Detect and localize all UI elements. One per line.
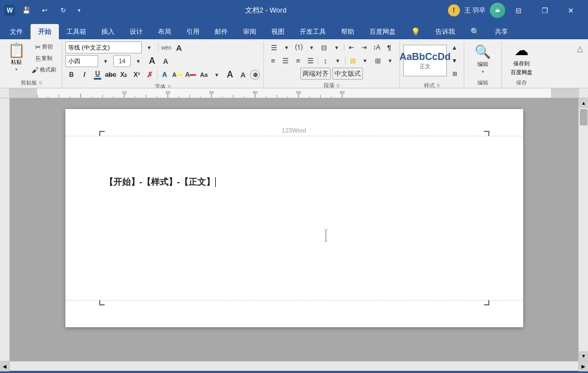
paragraph-expand[interactable]: ⎘ bbox=[337, 83, 340, 88]
shrink-text-button[interactable]: A bbox=[237, 69, 249, 80]
char-spacing-dropdown[interactable]: ▾ bbox=[211, 69, 223, 81]
font-wubi[interactable]: A bbox=[173, 41, 185, 53]
tab-tell-me-icon[interactable]: 💡 bbox=[403, 24, 428, 39]
maximize-button[interactable]: ❐ bbox=[532, 0, 557, 21]
font-grow-btn[interactable]: A bbox=[146, 55, 158, 67]
styles-scroll-up[interactable]: ▲ bbox=[448, 41, 460, 53]
scroll-down-btn[interactable]: ▼ bbox=[579, 351, 588, 361]
font-color-button[interactable]: A bbox=[185, 69, 197, 80]
font-name-dropdown[interactable]: ▾ bbox=[143, 41, 155, 53]
minimize-button[interactable]: ⊟ bbox=[506, 0, 531, 21]
phonetic-button[interactable]: ⊕ bbox=[250, 70, 260, 80]
doc-page[interactable]: 123Word 【开始】-【样式】-【正文】 bbox=[65, 109, 523, 327]
h-scroll-left-btn[interactable]: ◀ bbox=[0, 362, 10, 371]
show-marks-btn[interactable]: ¶ bbox=[383, 41, 395, 53]
paste-button[interactable]: 📋 粘贴 ▾ bbox=[4, 41, 28, 73]
redo-quick-btn[interactable]: ↻ bbox=[56, 4, 71, 17]
tab-developer[interactable]: 开发工具 bbox=[292, 24, 334, 39]
tab-tools[interactable]: 工具箱 bbox=[59, 24, 94, 39]
scroll-up-btn[interactable]: ▲ bbox=[579, 98, 588, 108]
sort-btn[interactable]: ↕A bbox=[371, 41, 383, 53]
italic-button[interactable]: I bbox=[78, 69, 90, 80]
tab-share[interactable]: 共享 bbox=[487, 24, 516, 39]
tab-review[interactable]: 审阅 bbox=[235, 24, 264, 39]
strikethrough-button[interactable]: abc bbox=[105, 69, 117, 80]
tab-file[interactable]: 文件 bbox=[2, 24, 31, 39]
tab-insert[interactable]: 插入 bbox=[94, 24, 122, 39]
number-dropdown[interactable]: ▾ bbox=[306, 41, 318, 53]
h-scroll-right-btn[interactable]: ▶ bbox=[578, 362, 588, 371]
doc-content-line[interactable]: 【开始】-【样式】-【正文】 bbox=[105, 175, 484, 190]
tab-baidu[interactable]: 百度网盘 bbox=[362, 24, 403, 39]
subscript-button[interactable]: X₂ bbox=[118, 69, 130, 80]
warning-icon[interactable]: ! bbox=[448, 4, 460, 16]
align-right-btn[interactable]: ≡ bbox=[292, 55, 304, 67]
shading-dropdown[interactable]: ▾ bbox=[359, 55, 371, 67]
cn-align2-btn[interactable]: 中文版式 bbox=[332, 68, 363, 80]
save-quick-btn[interactable]: 💾 bbox=[19, 4, 34, 17]
shading-btn[interactable]: ▦ bbox=[347, 55, 359, 67]
doc-header[interactable]: 123Word bbox=[65, 109, 523, 136]
border-dropdown[interactable]: ▾ bbox=[384, 55, 396, 67]
superscript-button[interactable]: X² bbox=[131, 69, 143, 80]
number-list-btn[interactable]: ⑴ bbox=[293, 41, 305, 53]
char-spacing-button[interactable]: Aa bbox=[198, 69, 210, 80]
styles-expand-btn[interactable]: ⎘ bbox=[437, 83, 440, 88]
undo-quick-btn[interactable]: ↩ bbox=[37, 4, 52, 17]
outline-list-btn[interactable]: ⊟ bbox=[318, 41, 330, 53]
scroll-thumb[interactable] bbox=[580, 109, 587, 125]
doc-content[interactable]: 【开始】-【样式】-【正文】 bbox=[105, 142, 484, 190]
line-spacing-btn[interactable]: ↕ bbox=[319, 55, 331, 67]
styles-expand[interactable]: ⊞ bbox=[448, 68, 460, 80]
line-spacing-dropdown[interactable]: ▾ bbox=[332, 55, 344, 67]
tab-references[interactable]: 引用 bbox=[179, 24, 207, 39]
align-center-btn[interactable]: ☰ bbox=[280, 55, 292, 67]
tab-home[interactable]: 开始 bbox=[31, 24, 59, 39]
tab-tell-me[interactable]: 告诉我 bbox=[428, 24, 463, 39]
font-size-input[interactable] bbox=[65, 55, 98, 67]
doc-main[interactable]: 123Word 【开始】-【样式】-【正文】 bbox=[10, 98, 578, 361]
align-left-btn[interactable]: ≡ bbox=[267, 55, 279, 67]
editing-button[interactable]: 🔍 编辑 ▾ bbox=[468, 44, 498, 75]
tab-search-icon[interactable]: 🔍 bbox=[463, 24, 487, 39]
save-baidu-button[interactable]: ☁ 保存到 百度网盘 bbox=[505, 44, 538, 75]
customize-quick-btn[interactable]: ▾ bbox=[74, 4, 84, 17]
cut-button[interactable]: ✂ 剪切 bbox=[29, 41, 58, 52]
tab-view[interactable]: 视图 bbox=[264, 24, 292, 39]
cn-align1-btn[interactable]: 两端对齐 bbox=[300, 68, 331, 80]
font-size-dropdown[interactable]: ▾ bbox=[100, 55, 112, 67]
underline-button[interactable]: U bbox=[92, 69, 104, 80]
text-highlight-button[interactable]: A bbox=[172, 69, 184, 80]
tab-design[interactable]: 设计 bbox=[122, 24, 150, 39]
border-btn[interactable]: ⊞ bbox=[372, 55, 384, 67]
clear-format-button[interactable]: ✗ bbox=[144, 69, 156, 80]
tab-mailings[interactable]: 邮件 bbox=[207, 24, 235, 39]
increase-indent-btn[interactable]: ⇥ bbox=[358, 41, 370, 53]
font-shrink-btn[interactable]: A bbox=[160, 55, 172, 67]
bullet-list-btn[interactable]: ☰ bbox=[268, 41, 280, 53]
bold-button[interactable]: B bbox=[65, 69, 77, 80]
clipboard-expand[interactable]: ⎘ bbox=[39, 80, 42, 86]
ribbon-collapse-btn[interactable]: △ bbox=[574, 43, 586, 55]
h-scroll-track[interactable] bbox=[10, 362, 578, 371]
text-effect-button[interactable]: A bbox=[159, 69, 171, 80]
decrease-indent-btn[interactable]: ⇤ bbox=[345, 41, 357, 53]
justify-btn[interactable]: ☰ bbox=[305, 55, 317, 67]
grow-text-button[interactable]: A bbox=[224, 69, 236, 80]
document-title: 文档2 - Word bbox=[245, 5, 287, 15]
styles-scroll-down[interactable]: ▼ bbox=[448, 55, 460, 67]
user-avatar[interactable]: 🏔 bbox=[490, 3, 505, 18]
outline-dropdown[interactable]: ▾ bbox=[331, 41, 343, 53]
styles-gallery[interactable]: AaBbCcDd 正文 bbox=[403, 45, 447, 76]
bullet-dropdown[interactable]: ▾ bbox=[281, 41, 293, 53]
close-button[interactable]: ✕ bbox=[559, 0, 584, 21]
font-name-input[interactable] bbox=[65, 41, 142, 53]
paragraph-content: ☰ ▾ ⑴ ▾ ⊟ ▾ ⇤ ⇥ ↕A ¶ ≡ ☰ ≡ ☰ ↕ ▾ bbox=[267, 41, 396, 81]
format-painter-button[interactable]: 🖌 格式刷 bbox=[29, 64, 58, 75]
tab-help[interactable]: 帮助 bbox=[334, 24, 362, 39]
font-size-num-input[interactable]: 14 bbox=[113, 55, 131, 67]
scroll-track[interactable] bbox=[579, 108, 588, 351]
tab-layout[interactable]: 布局 bbox=[150, 24, 179, 39]
font-size-dropdown2[interactable]: ▾ bbox=[132, 55, 144, 67]
copy-button[interactable]: ⎘ 复制 bbox=[29, 53, 58, 64]
